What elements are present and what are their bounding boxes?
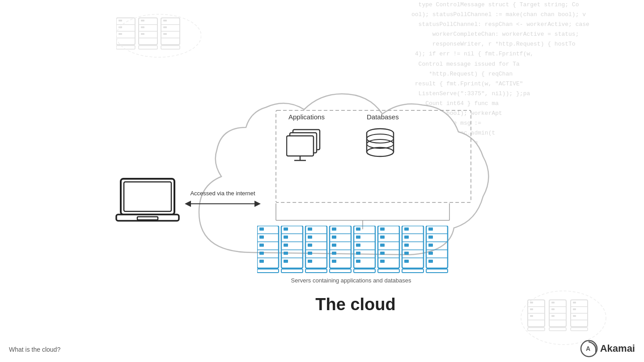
svg-rect-32: [530, 315, 533, 317]
main-diagram: Applications Databases: [101, 47, 503, 315]
svg-rect-49: [571, 328, 588, 331]
svg-rect-19: [163, 26, 167, 28]
svg-rect-140: [404, 244, 409, 247]
svg-rect-152: [428, 252, 433, 255]
svg-rect-120: [356, 260, 360, 263]
bottom-label: What is the cloud?: [9, 346, 60, 353]
akamai-symbol: A: [580, 340, 598, 358]
cloud-title: The cloud: [235, 295, 476, 314]
svg-rect-86: [284, 252, 288, 255]
svg-rect-45: [573, 308, 576, 310]
svg-rect-128: [380, 236, 385, 239]
svg-rect-6: [119, 33, 122, 35]
svg-rect-97: [308, 252, 312, 255]
svg-rect-74: [259, 244, 264, 247]
svg-marker-160: [185, 201, 191, 207]
svg-rect-153: [428, 260, 433, 263]
svg-rect-12: [141, 26, 144, 28]
svg-rect-94: [308, 227, 312, 231]
svg-rect-107: [332, 244, 336, 247]
svg-rect-84: [284, 236, 288, 239]
svg-rect-37: [551, 302, 555, 303]
svg-rect-130: [380, 252, 385, 255]
arrow-label: Accessed via the internet: [190, 190, 255, 197]
svg-rect-108: [332, 252, 336, 255]
svg-rect-132: [378, 269, 399, 273]
svg-rect-109: [332, 260, 336, 263]
svg-rect-110: [330, 269, 351, 273]
svg-rect-138: [404, 227, 409, 231]
svg-rect-150: [428, 236, 433, 239]
svg-rect-142: [404, 260, 409, 263]
svg-rect-121: [354, 269, 375, 273]
svg-rect-154: [426, 269, 448, 273]
svg-text:A: A: [586, 345, 590, 352]
svg-rect-105: [332, 227, 336, 231]
laptop-icon: [114, 177, 181, 230]
svg-rect-98: [308, 260, 312, 263]
svg-rect-99: [305, 269, 327, 273]
svg-rect-13: [141, 33, 144, 35]
svg-rect-39: [551, 315, 555, 317]
svg-rect-48: [549, 328, 566, 331]
svg-rect-46: [573, 315, 576, 317]
svg-marker-161: [254, 201, 261, 207]
svg-rect-38: [551, 308, 555, 310]
svg-rect-95: [308, 236, 312, 239]
bidirectional-arrow: [185, 199, 261, 209]
svg-rect-85: [284, 244, 288, 247]
svg-rect-129: [380, 244, 385, 247]
akamai-text: Akamai: [600, 343, 635, 354]
svg-rect-77: [257, 269, 279, 273]
svg-rect-156: [124, 182, 171, 211]
akamai-logo: A Akamai: [580, 340, 635, 358]
svg-rect-87: [284, 260, 288, 263]
svg-rect-127: [380, 227, 385, 231]
svg-rect-18: [163, 20, 167, 21]
svg-rect-118: [356, 244, 360, 247]
svg-rect-20: [163, 33, 167, 35]
svg-rect-119: [356, 252, 360, 255]
svg-rect-151: [428, 244, 433, 247]
svg-rect-141: [404, 252, 409, 255]
svg-rect-88: [281, 269, 303, 273]
svg-rect-76: [259, 260, 264, 263]
svg-rect-83: [284, 227, 288, 231]
server-row: [257, 226, 476, 279]
svg-rect-31: [530, 308, 533, 310]
svg-rect-116: [356, 227, 360, 231]
svg-point-25: [521, 291, 606, 345]
svg-rect-131: [380, 260, 385, 263]
svg-rect-72: [259, 227, 264, 231]
svg-rect-4: [119, 20, 122, 21]
svg-rect-139: [404, 236, 409, 239]
servers-label: Servers containing applications and data…: [239, 277, 463, 284]
svg-rect-75: [259, 252, 264, 255]
svg-rect-143: [402, 269, 424, 273]
svg-rect-117: [356, 236, 360, 239]
arrow-container: Accessed via the internet: [185, 190, 261, 209]
svg-rect-106: [332, 236, 336, 239]
svg-rect-47: [528, 328, 545, 331]
svg-rect-11: [141, 20, 144, 21]
svg-rect-149: [428, 227, 433, 231]
svg-rect-30: [530, 302, 533, 303]
connector-lines: [257, 109, 481, 230]
svg-rect-96: [308, 244, 312, 247]
svg-rect-73: [259, 236, 264, 239]
svg-rect-44: [573, 302, 576, 303]
